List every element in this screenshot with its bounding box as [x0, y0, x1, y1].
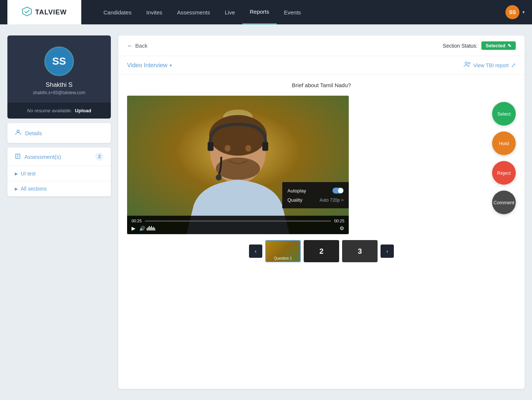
autoplay-toggle[interactable] [332, 188, 344, 194]
hold-button[interactable]: Hold [492, 131, 516, 155]
upload-link[interactable]: Upload [75, 108, 91, 113]
svg-marker-0 [23, 7, 31, 16]
profile-card: SS Shakthi S shakthi.s+93@talview.com No… [7, 35, 111, 119]
comment-button[interactable]: Comment [492, 191, 516, 214]
vol-bar-6 [152, 228, 153, 230]
thumbnail-number-2: 3 [358, 247, 362, 256]
svg-point-10 [245, 145, 251, 152]
prev-thumbnail-button[interactable]: ‹ [249, 245, 262, 258]
nav-live[interactable]: Live [217, 0, 242, 24]
logo: TALVIEW [7, 0, 81, 24]
video-section: Brief about Tamil Nadu? [118, 75, 525, 270]
thumbnail-row: ‹ Question 1 2 3 › [127, 240, 516, 262]
video-settings-panel: Autoplay Quality Auto 720p > [282, 182, 349, 208]
profile-email: shakthi.s+93@talview.com [15, 90, 103, 95]
details-card[interactable]: Details [7, 123, 111, 143]
time-current: 00:25 [132, 219, 142, 223]
svg-point-3 [465, 62, 467, 64]
navbar-nav: Candidates Invites Assessments Live Repo… [96, 0, 505, 24]
status-badge[interactable]: Selected ✎ [481, 41, 516, 50]
thumbnail-item-0[interactable]: Question 1 [265, 240, 301, 262]
reject-button[interactable]: Reject [492, 161, 516, 185]
toggle-knob [338, 188, 343, 193]
video-controls: 00:25 00:25 ▶ 🔊 [127, 216, 349, 234]
nav-reports[interactable]: Reports [242, 0, 277, 24]
time-total: 00:25 [334, 219, 344, 223]
volume-bars [147, 226, 155, 230]
expand-icon: ⤢ [511, 62, 516, 69]
quality-value[interactable]: Auto 720p > [320, 198, 344, 203]
svg-point-8 [209, 115, 267, 156]
logo-icon [22, 6, 32, 18]
nav-invites[interactable]: Invites [139, 0, 170, 24]
details-label: Details [25, 130, 42, 136]
select-button[interactable]: Select [492, 102, 516, 126]
assess-arrow-1: ▶ [15, 187, 18, 191]
status-section: Section Status: Selected ✎ [443, 41, 516, 50]
svg-point-9 [225, 145, 231, 152]
thumbnail-label-0: Question 1 [266, 256, 300, 260]
interview-dropdown[interactable]: Video Interview ▾ [127, 62, 172, 69]
svg-point-4 [468, 62, 470, 64]
tbi-persons-icon [464, 61, 471, 69]
logo-text: TALVIEW [35, 8, 66, 16]
vol-bar-1 [147, 228, 147, 230]
assess-item-label-1: All sections [21, 186, 47, 192]
details-icon [15, 129, 21, 137]
quality-row: Quality Auto 720p > [287, 195, 344, 205]
vol-bar-5 [151, 226, 152, 230]
nav-assessments[interactable]: Assessments [170, 0, 217, 24]
svg-rect-12 [208, 142, 214, 151]
nav-candidates[interactable]: Candidates [96, 0, 139, 24]
right-panel: ← Back Section Status: Selected ✎ Video … [118, 35, 525, 389]
assess-item-label-0: UI test [21, 171, 35, 177]
user-menu-chevron[interactable]: ▾ [522, 10, 525, 15]
assessments-card: Assessment(s) 2 ▶ UI test ▶ All sections [7, 147, 111, 196]
interview-label: Video Interview [127, 62, 167, 69]
svg-point-14 [216, 175, 222, 181]
assessments-label: Assessment(s) [24, 154, 92, 160]
controls-row: ▶ 🔊 [132, 225, 344, 231]
edit-icon: ✎ [508, 43, 511, 48]
navbar: TALVIEW Candidates Invites Assessments L… [0, 0, 532, 24]
quality-label: Quality [287, 197, 302, 203]
left-panel: SS Shakthi S shakthi.s+93@talview.com No… [7, 35, 111, 389]
profile-name: Shakthi S [15, 81, 103, 89]
navbar-right: SS ▾ [505, 5, 525, 19]
back-button[interactable]: ← Back [127, 42, 147, 49]
video-placeholder [127, 96, 349, 234]
thumbnail-item-2[interactable]: 3 [342, 240, 378, 262]
panel-header: ← Back Section Status: Selected ✎ [118, 35, 525, 56]
thumbnail-item-1[interactable]: 2 [304, 240, 339, 262]
main-content: SS Shakthi S shakthi.s+93@talview.com No… [0, 24, 532, 400]
video-container: Autoplay Quality Auto 720p > 00:25 [127, 96, 349, 234]
svg-rect-13 [262, 142, 268, 151]
user-avatar[interactable]: SS [505, 5, 519, 19]
settings-icon[interactable]: ⚙ [340, 225, 344, 231]
autoplay-row: Autoplay [287, 186, 344, 195]
autoplay-label: Autoplay [287, 188, 306, 194]
action-buttons: Select Hold Reject Comment [492, 102, 516, 214]
vol-bar-8 [154, 228, 155, 230]
volume-area: 🔊 [139, 226, 155, 231]
assess-icon [15, 153, 21, 160]
thumbnail-number-1: 2 [319, 247, 323, 256]
tbi-link[interactable]: View TBI report ⤢ [464, 61, 516, 69]
svg-point-11 [216, 158, 260, 180]
progress-bar[interactable] [145, 220, 331, 222]
profile-top: SS Shakthi S shakthi.s+93@talview.com [7, 35, 111, 103]
back-arrow-icon: ← [127, 42, 133, 49]
play-button[interactable]: ▶ [132, 225, 136, 231]
vol-bar-2 [148, 227, 149, 230]
back-label: Back [135, 42, 147, 49]
next-thumbnail-button[interactable]: › [381, 245, 394, 258]
tbi-label: View TBI report [473, 62, 509, 68]
assessment-item-1[interactable]: ▶ All sections [7, 181, 111, 196]
question-title: Brief about Tamil Nadu? [127, 82, 516, 88]
assessment-item-0[interactable]: ▶ UI test [7, 166, 111, 181]
nav-events[interactable]: Events [277, 0, 308, 24]
volume-icon[interactable]: 🔊 [139, 226, 145, 231]
vol-bar-4 [150, 227, 151, 230]
vol-bar-3 [149, 226, 150, 230]
progress-bar-container: 00:25 00:25 [132, 219, 344, 223]
